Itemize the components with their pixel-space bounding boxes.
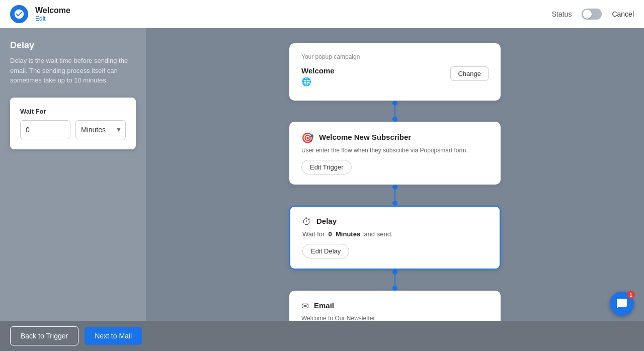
connector-dot-bottom-2 (392, 201, 397, 206)
connector-dot-top-2 (392, 185, 397, 190)
status-toggle[interactable] (582, 9, 602, 20)
delay-value: 0 (329, 230, 332, 238)
popup-campaign-card: Your popup campaign Welcome 🌐 Change (289, 43, 501, 101)
clock-icon: ⏱ (302, 217, 311, 227)
delay-card: ⏱ Delay Wait for 0 Minutes and send. Edi… (289, 206, 501, 270)
delay-title: Delay (316, 217, 337, 225)
unit-select-wrapper: Minutes Hours Days ▼ (75, 120, 126, 139)
chat-icon (616, 298, 628, 310)
trigger-title-group: Welcome New Subscriber (319, 133, 411, 143)
campaign-title: Welcome (301, 66, 335, 75)
panel-description: Delay is the wait time before sending th… (10, 56, 136, 85)
campaign-name: Welcome (301, 66, 335, 75)
connector-dot-top (392, 101, 397, 106)
email-title-group: Email (314, 301, 334, 312)
status-label: Status (552, 10, 572, 18)
chat-bubble[interactable]: 1 (610, 292, 634, 316)
change-button[interactable]: Change (450, 66, 489, 81)
flow-area: Your popup campaign Welcome 🌐 Change (146, 28, 644, 351)
delay-form-card: Wait For Minutes Hours Days ▼ (10, 98, 136, 149)
popup-campaign-header: Welcome 🌐 Change (301, 66, 489, 86)
email-header-row: ✉ Email (301, 301, 489, 312)
cancel-button[interactable]: Cancel (612, 10, 634, 18)
unit-select[interactable]: Minutes Hours Days (75, 120, 126, 139)
edit-link[interactable]: Edit (35, 15, 70, 22)
delay-prefix: Wait for (302, 230, 325, 238)
wait-for-input[interactable] (20, 120, 70, 139)
trigger-header-row: 🎯 Welcome New Subscriber (301, 132, 489, 144)
connector-3 (392, 270, 397, 291)
connector-line-3 (394, 275, 395, 286)
connector-1 (392, 101, 397, 122)
main-content: Delay Delay is the wait time before send… (0, 28, 644, 351)
delay-suffix: and send. (364, 230, 392, 238)
connector-dot-bottom (392, 117, 397, 122)
toggle-knob (583, 10, 592, 19)
left-panel: Delay Delay is the wait time before send… (0, 28, 146, 351)
popup-campaign-info: Welcome 🌐 (301, 66, 335, 86)
app-logo (10, 5, 28, 23)
popup-campaign-label: Your popup campaign (301, 53, 489, 60)
trigger-icon: 🎯 (301, 132, 314, 144)
edit-trigger-button[interactable]: Edit Trigger (301, 160, 352, 174)
chat-badge: 1 (627, 291, 635, 299)
header-title-group: Welcome Edit (35, 6, 70, 22)
delay-description: Wait for 0 Minutes and send. (302, 230, 488, 238)
next-to-mail-button[interactable]: Next to Mail (85, 327, 142, 345)
trigger-title: Welcome New Subscriber (319, 133, 411, 141)
back-to-trigger-button[interactable]: Back to Trigger (10, 326, 78, 345)
trigger-desc: User enter the flow when they subscribe … (301, 147, 489, 154)
panel-title: Delay (10, 40, 136, 51)
connector-dot-bottom-3 (392, 286, 397, 291)
mail-icon: ✉ (301, 301, 309, 312)
connector-line-2 (394, 190, 395, 201)
connector-dot-top-3 (392, 270, 397, 275)
wait-for-label: Wait For (20, 108, 126, 115)
globe-icon: 🌐 (301, 77, 311, 86)
trigger-card: 🎯 Welcome New Subscriber User enter the … (289, 122, 501, 185)
header: Welcome Edit Status Cancel (0, 0, 644, 28)
delay-unit: Minutes (336, 230, 360, 238)
connector-line (394, 106, 395, 117)
header-right: Status Cancel (552, 9, 634, 20)
email-title: Email (314, 301, 334, 310)
page-title: Welcome (35, 6, 70, 15)
connector-2 (392, 185, 397, 206)
bottom-bar: Back to Trigger Next to Mail (0, 321, 644, 351)
delay-header-row: ⏱ Delay (302, 217, 488, 227)
flow-section: Your popup campaign Welcome 🌐 Change (166, 38, 624, 351)
wait-for-row: Minutes Hours Days ▼ (20, 120, 126, 139)
edit-delay-button[interactable]: Edit Delay (302, 244, 349, 258)
